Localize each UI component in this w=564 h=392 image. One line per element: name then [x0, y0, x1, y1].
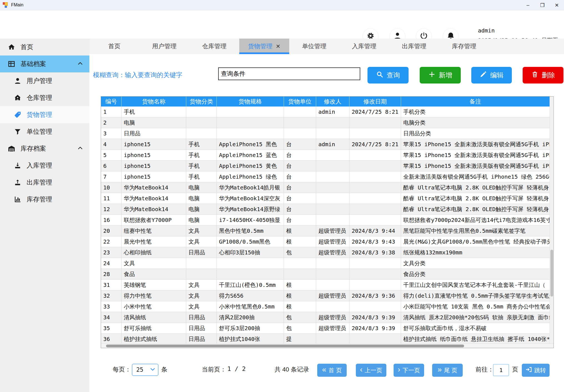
- cell: 苹果15 iPhone15 全新未激活美版有锁全网通5G手机 iPhon: [401, 139, 550, 150]
- goto-page-input[interactable]: [493, 364, 509, 376]
- chevron-up-icon[interactable]: [77, 60, 83, 68]
- column-header-修改日期[interactable]: 修改日期: [349, 97, 401, 107]
- vertical-scrollbar-thumb[interactable]: [550, 250, 553, 297]
- table-row[interactable]: 1手机admin2024/7/25 8:21手机分类: [101, 107, 550, 117]
- cell: [217, 128, 284, 139]
- cell: 2024/7/25 8:21: [349, 107, 401, 117]
- tab-单位管理[interactable]: 单位管理: [289, 39, 339, 54]
- prev-page-button[interactable]: ‹ 上一页: [356, 364, 386, 377]
- table-row[interactable]: 32得力中性笔文具得力S656根超级管理员2024/8/3 9:36得力(del…: [101, 290, 550, 301]
- cell: [186, 128, 217, 139]
- table-row[interactable]: 2电脑电脑分类: [101, 117, 550, 128]
- 编辑-button[interactable]: 编辑: [471, 67, 512, 84]
- table-row[interactable]: 3日用品日用品分类: [101, 128, 550, 139]
- sidebar-item-用户管理[interactable]: 用户管理: [0, 72, 89, 89]
- sidebar-item-单位管理[interactable]: 单位管理: [0, 123, 89, 140]
- sidebar-item-基础档案[interactable]: 基础档案: [0, 55, 89, 72]
- 新增-button[interactable]: 新增: [420, 67, 461, 84]
- cell: 20: [101, 226, 122, 236]
- table-row[interactable]: 5iphone15手机AppleiPhone15 蓝色台苹果15 iPhone1…: [101, 150, 550, 161]
- tab-库存管理[interactable]: 库存管理: [439, 39, 489, 54]
- warehouse-icon: [13, 94, 22, 102]
- horizontal-scrollbar[interactable]: [101, 343, 553, 348]
- 删除-button[interactable]: 删除: [523, 67, 563, 84]
- column-header-备注[interactable]: 备注: [401, 97, 550, 107]
- table-row[interactable]: 10华为MateBook14电脑华为MateBook14皓月银台酷睿 Ultra…: [101, 182, 550, 193]
- table-row[interactable]: 31英雄钢笔文具千里江山(橙色)0.5mm根千里江山文创中国风复古笔记本本子礼盒…: [101, 280, 550, 290]
- first-page-button[interactable]: « 首 页: [317, 364, 347, 377]
- cell: [349, 117, 401, 128]
- vertical-scrollbar[interactable]: [550, 97, 553, 343]
- sidebar-item-label: 首页: [21, 43, 33, 51]
- jump-button[interactable]: 跳转: [522, 364, 550, 377]
- cell: 千里江山文创中国风复古笔记本本子礼盒套装-千里江山（: [401, 280, 550, 290]
- 查询-button[interactable]: 查询: [367, 67, 409, 84]
- close-button[interactable]: ✕: [550, 0, 564, 10]
- maximize-button[interactable]: ❒: [535, 0, 550, 10]
- table-row[interactable]: 23心相印抽纸日用品心相印3层150抽包超级管理员2024/8/3 9:38纸张…: [101, 247, 550, 258]
- window-title: FMain: [11, 2, 23, 7]
- column-header-货物名称[interactable]: 货物名称: [122, 97, 186, 107]
- search-input[interactable]: [218, 67, 360, 80]
- table-row[interactable]: 33小米中性笔文具小米中性笔黑色0.5mm根小米巨能写中性笔 10支装 黑色 0…: [101, 301, 550, 312]
- sidebar-item-label: 用户管理: [27, 77, 52, 85]
- plus-icon: [428, 71, 435, 80]
- per-page-label: 每页：: [113, 365, 131, 374]
- sidebar-item-库存档案[interactable]: 库存档案: [0, 140, 89, 157]
- sidebar-item-仓库管理[interactable]: 仓库管理: [0, 89, 89, 106]
- column-header-货物分类[interactable]: 货物分类: [186, 97, 217, 107]
- table-row[interactable]: 4iphone15手机AppleiPhone15 黑色台admin2024/7/…: [101, 139, 550, 150]
- column-header-修改人[interactable]: 修改人: [316, 97, 349, 107]
- tab-出库管理[interactable]: 出库管理: [389, 39, 439, 54]
- table-row[interactable]: 36植护挂式抽纸日用品植护挂式1040张提植护挂式抽纸 纸巾面巾纸 悬挂卫生纸抽…: [101, 334, 550, 343]
- cell: 舒可乐3层200抽: [217, 323, 284, 333]
- table-row[interactable]: 11华为MateBook14电脑华为MateBook14深空灰台酷睿 Ultra…: [101, 193, 550, 204]
- table-row[interactable]: 22晨光中性笔文具GP1008/0.5mm黑色根超级管理员2024/8/3 9:…: [101, 236, 550, 247]
- horizontal-scrollbar-thumb[interactable]: [106, 345, 464, 347]
- cell: [349, 334, 401, 343]
- cell: 食品分类: [401, 269, 550, 279]
- column-header-编号[interactable]: 编号: [101, 97, 122, 107]
- last-page-button[interactable]: » 尾 页: [432, 364, 463, 377]
- sidebar-item-货物管理[interactable]: 货物管理: [0, 106, 89, 123]
- cell: [316, 161, 349, 171]
- table-row[interactable]: 7iphone15手机AppleiPhone15 绿色台全新未激活美版有锁全网通…: [101, 171, 550, 182]
- per-page-value: 25: [132, 366, 150, 373]
- table-row[interactable]: 34清风抽纸日用品清风2层200抽包超级管理员2024/8/3 9:39清风抽纸…: [101, 312, 550, 323]
- cell: AppleiPhone15 黑色: [217, 139, 284, 150]
- column-header-货物单位[interactable]: 货物单位: [284, 97, 316, 107]
- table-row[interactable]: 35舒可乐抽纸日用品舒可乐3层200抽包超级管理员2024/8/3 9:39舒可…: [101, 323, 550, 334]
- table-row[interactable]: 12华为MateBook14电脑华为MateBook14原野绿台酷睿 Ultra…: [101, 204, 550, 215]
- cell: 日用品分类: [401, 128, 550, 139]
- sidebar-item-入库管理[interactable]: 入库管理: [0, 157, 89, 174]
- cell: [316, 150, 349, 160]
- cell: 手机: [186, 171, 217, 182]
- cell: 包: [284, 312, 316, 323]
- tab-入库管理[interactable]: 入库管理: [339, 39, 389, 54]
- tab-用户管理[interactable]: 用户管理: [139, 39, 189, 54]
- sidebar-item-库存管理[interactable]: 库存管理: [0, 191, 89, 208]
- cell: 黑笔巨能写中性笔学生用黑色0.5mm碳素笔签字笔: [401, 226, 550, 236]
- sidebar-item-首页[interactable]: 首页: [0, 39, 89, 55]
- table-row[interactable]: 20纽赛中性笔文具黑色中性笔0.5mm根超级管理员2024/8/3 9:44黑笔…: [101, 226, 550, 236]
- minimize-button[interactable]: –: [521, 0, 535, 10]
- column-header-货物规格[interactable]: 货物规格: [217, 97, 284, 107]
- tab-仓库管理[interactable]: 仓库管理: [189, 39, 239, 54]
- cell: [316, 182, 349, 193]
- cell: [316, 171, 349, 182]
- cell: 36: [101, 334, 122, 343]
- tab-货物管理[interactable]: 货物管理✕: [239, 39, 289, 54]
- cell: 文具: [186, 290, 217, 301]
- table-row[interactable]: 6iphone15手机AppleiPhone15 黄色台苹果15 iPhone1…: [101, 161, 550, 171]
- cell: 台: [284, 161, 316, 171]
- table-row[interactable]: 24文具文具分类: [101, 258, 550, 269]
- next-page-button[interactable]: › 下一页: [394, 364, 424, 377]
- tab-close-icon[interactable]: ✕: [276, 43, 281, 50]
- cell: i7-14650HX-4050独显: [217, 215, 284, 225]
- tab-首页[interactable]: 首页: [89, 39, 139, 54]
- chevron-up-icon[interactable]: [77, 145, 83, 152]
- sidebar-item-出库管理[interactable]: 出库管理: [0, 174, 89, 191]
- table-row[interactable]: 28食品食品分类: [101, 269, 550, 280]
- per-page-select[interactable]: 25: [132, 364, 158, 376]
- table-row[interactable]: 16联想拯救者Y7000P电脑i7-14650HX-4050独显台联想拯救者y7…: [101, 215, 550, 226]
